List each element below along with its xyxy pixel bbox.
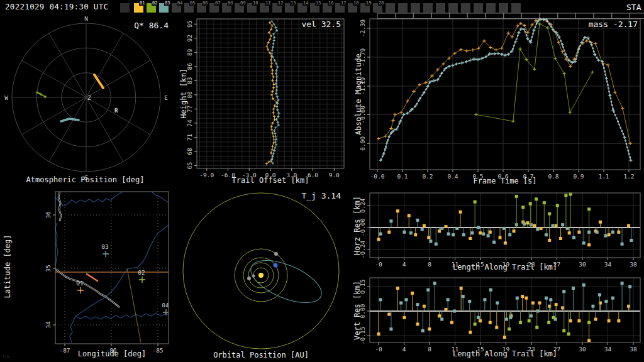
residual-point-station-01 [617, 231, 620, 234]
frame-cell[interactable] [396, 13, 414, 19]
frame-cell[interactable] [558, 13, 576, 19]
frame-cell[interactable] [504, 13, 522, 19]
residual-point-station-01 [387, 313, 391, 316]
frame-cell[interactable] [431, 13, 450, 19]
residual-point-station-01 [450, 321, 453, 324]
residual-point-station-01 [423, 224, 426, 228]
residual-point-station-03 [508, 233, 511, 236]
station-slot-blank [120, 3, 130, 13]
residual-point-station-01 [540, 227, 543, 230]
station-toggle-16-label: 16 [328, 1, 334, 6]
residual-point-station-01 [503, 336, 506, 339]
residual-point-station-03 [416, 303, 419, 306]
frame-cell[interactable] [612, 13, 630, 19]
residual-point-station-01 [489, 321, 492, 324]
residual-point-station-01 [428, 327, 431, 331]
mass-badge: mass -2.17 [553, 19, 638, 29]
magnitude-fit-line [380, 19, 631, 160]
residual-point-station-02 [508, 327, 511, 331]
station-toggle-15-label: 15 [315, 1, 321, 6]
frame-cell[interactable] [540, 13, 558, 19]
frame-cell[interactable] [521, 13, 540, 19]
residual-point-station-02 [474, 322, 477, 326]
svg-text:68: 68 [186, 148, 193, 155]
station-toggle-18-label: 18 [353, 1, 359, 6]
residual-point-station-03 [611, 231, 614, 234]
residual-point-station-03 [630, 239, 633, 242]
svg-text:R: R [114, 107, 118, 114]
residual-point-station-01 [594, 318, 597, 321]
svg-text:36: 36 [45, 211, 52, 219]
residual-point-station-02 [535, 326, 538, 329]
residual-point-station-03 [452, 233, 455, 236]
residual-point-station-01 [469, 331, 472, 334]
map-xlabel: Longitude [deg] [55, 349, 169, 358]
residual-point-station-03 [536, 228, 539, 231]
frame-cell[interactable] [575, 13, 594, 19]
residual-point-station-02 [528, 319, 531, 322]
residual-point-station-03 [516, 297, 519, 300]
residual-point-station-02 [556, 204, 559, 207]
residual-point-station-01 [608, 319, 611, 322]
residual-point-station-03 [468, 300, 471, 303]
map-ylabel: Latitude [deg] [3, 229, 12, 304]
station-slot-extra-2 [398, 3, 408, 13]
svg-text:65: 65 [186, 162, 193, 169]
river-line [75, 225, 169, 316]
residual-point-station-03 [405, 298, 408, 301]
map-station-label-04: 04 [162, 302, 169, 309]
residual-point-station-01 [479, 231, 482, 234]
frame-cell[interactable] [594, 13, 612, 19]
residual-point-station-01 [521, 295, 524, 298]
frame-cell[interactable] [450, 13, 468, 19]
frame-cell[interactable] [630, 13, 644, 19]
residual-point-station-03 [389, 219, 392, 222]
frame-cell[interactable] [467, 13, 486, 19]
residual-point-station-01 [569, 319, 572, 322]
meteor-ground-track [87, 274, 97, 281]
svg-text:E: E [164, 94, 168, 101]
trail-offset-xlabel: Trail Offset [km] [197, 176, 344, 185]
residual-point-station-01 [459, 211, 462, 214]
residual-point-station-01 [599, 302, 602, 305]
residual-point-station-03 [429, 239, 432, 243]
residual-point-station-01 [460, 287, 463, 290]
residual-point-station-03 [611, 297, 614, 300]
residual-point-station-01 [396, 287, 399, 290]
magnitude-plot: -0.00.10.20.40.50.60.70.80.91.11.2-2.39-… [359, 13, 644, 180]
magnitude-series-station-02 [476, 24, 592, 121]
station-list-toggle[interactable]: STA [626, 3, 641, 12]
residual-point-station-01 [479, 319, 482, 322]
residual-point-station-01 [423, 305, 426, 308]
residual-point-station-02 [547, 321, 550, 324]
residual-point-station-01 [548, 239, 551, 242]
residual-point-station-03 [379, 298, 382, 301]
residual-point-station-01 [438, 229, 441, 233]
residual-point-station-01 [387, 231, 391, 234]
residual-point-station-03 [551, 224, 554, 228]
residual-point-station-03 [496, 302, 499, 305]
residual-point-station-01 [495, 326, 498, 329]
residual-point-station-01 [577, 231, 580, 234]
residual-point-station-02 [587, 321, 591, 324]
station-toggle-17-label: 17 [340, 1, 347, 6]
residual-point-station-02 [521, 206, 525, 209]
frame-cell[interactable] [413, 13, 431, 19]
residual-point-station-03 [462, 233, 465, 236]
residual-point-station-01 [444, 308, 447, 311]
residual-point-station-03 [435, 243, 438, 246]
svg-text:-2.39: -2.39 [359, 19, 366, 37]
frame-cell[interactable] [486, 13, 504, 19]
svg-text:Z: Z [87, 94, 91, 101]
residual-point-station-02 [562, 329, 565, 332]
residual-point-station-03 [477, 316, 480, 319]
station-toggle-02-label: 02 [152, 1, 158, 6]
residual-point-station-03 [596, 231, 599, 234]
station-toggle-13-label: 13 [290, 1, 296, 6]
svg-text:35: 35 [45, 265, 52, 272]
atmospheric-plot-title: Atmospheric Position [deg] [11, 175, 159, 184]
frame-cell[interactable] [377, 13, 396, 19]
residual-point-station-03 [492, 241, 496, 244]
residual-point-station-01 [555, 303, 558, 306]
residual-point-station-01 [489, 231, 492, 234]
